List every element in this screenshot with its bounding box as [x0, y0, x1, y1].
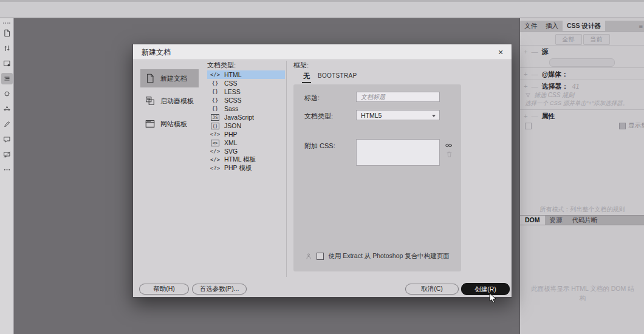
create-button[interactable]: 创建(R) [461, 283, 510, 295]
attach-css-listbox[interactable] [356, 139, 440, 166]
show-set-toggle[interactable]: 显示集 [619, 121, 644, 130]
cancel-button[interactable]: 取消(C) [405, 284, 459, 295]
add-source-button[interactable]: + [524, 48, 527, 55]
doc-type-scss[interactable]: {}SCSS [207, 96, 285, 104]
extract-checkbox[interactable] [317, 253, 324, 260]
file-type-icon: JS [209, 114, 221, 120]
dom-panel-body: 此面板将显示 HTML 文档的 DOM 结构 [520, 225, 644, 334]
css-designer-mode-row: 全部当前 [520, 34, 644, 45]
help-button[interactable]: 帮助(H) [139, 284, 189, 295]
blank-page-icon [145, 73, 156, 84]
doc-type-xml[interactable]: <>XML [207, 138, 285, 147]
doc-type-json[interactable]: {}JSON [207, 121, 285, 130]
doc-type-sass[interactable]: {}Sass [207, 104, 285, 113]
panel-tab-插入[interactable]: 插入 [541, 21, 563, 31]
add-selector-button[interactable]: + [524, 83, 527, 90]
dom-empty-hint: 此面板将显示 HTML 文档的 DOM 结构 [531, 284, 634, 304]
file-type-icon: </> [209, 72, 221, 78]
remove-property-button[interactable]: — [531, 112, 538, 120]
doc-type-label: PHP 模板 [224, 164, 252, 172]
doc-type-css[interactable]: {}CSS [207, 79, 285, 87]
property-checkbox[interactable] [525, 123, 532, 129]
doc-type-svg[interactable]: </>SVG [207, 147, 285, 155]
css-current-button[interactable]: 当前 [583, 34, 610, 45]
more-options-icon[interactable] [1, 164, 13, 176]
trash-icon[interactable] [446, 151, 453, 158]
app-titlebar [0, 0, 644, 18]
css-source-selector[interactable] [549, 58, 615, 67]
dom-panel-tabbar: DOM资源代码片断 [520, 215, 644, 225]
css-rule-filter[interactable]: 筛选 CSS 规则 [525, 91, 574, 100]
add-property-button[interactable]: + [524, 112, 527, 120]
toolbar-drag-handle[interactable] [3, 20, 10, 24]
preferences-button[interactable]: 首选参数(P)... [192, 284, 247, 295]
dialog-title: 新建文档 [133, 44, 512, 60]
new-document-dialog: 新建文档 × 新建文档启动器模板网站模板 文档类型: </>HTML{}CSS{… [132, 44, 512, 298]
selectors-section-header: + — 选择器： 41 [524, 81, 580, 91]
extract-label: 使用 Extract 从 Photoshop 复合中构建页面 [328, 252, 450, 261]
framework-label: 框架: [293, 61, 309, 70]
comment-icon[interactable] [1, 134, 13, 145]
panel-menu-icon[interactable]: ≡ [639, 22, 644, 30]
panel-tab-css-设计器[interactable]: CSS 设计器 [563, 21, 605, 31]
sync-arrows-icon[interactable] [1, 43, 13, 54]
doc-type-less[interactable]: {}LESS [207, 87, 285, 96]
doc-type-html-模板[interactable]: </>HTML 模板 [207, 155, 285, 164]
app-window: 文件插入CSS 设计器≡ 全部当前 + — 源 + — @媒体： + — 选择器… [0, 0, 644, 334]
doc-type-label: SCSS [224, 97, 242, 104]
doc-type-label: CSS [224, 80, 238, 87]
dom-tab-资源[interactable]: 资源 [545, 216, 567, 225]
framework-tab-bootstrap[interactable]: BOOTSTRAP [318, 72, 357, 79]
category-label: 网站模板 [160, 120, 187, 129]
chevron-down-icon [432, 115, 436, 117]
add-media-button[interactable]: + [524, 70, 527, 78]
dom-tab-代码片断[interactable]: 代码片断 [567, 216, 603, 225]
doc-type-javascript[interactable]: JSJavaScript [207, 113, 285, 121]
file-type-icon: <?> [209, 131, 221, 137]
category-new-document[interactable]: 新建文档 [140, 69, 199, 87]
attach-css-link-icon[interactable] [445, 141, 453, 149]
category-site-templates[interactable]: 网站模板 [140, 115, 199, 133]
format-lines-icon[interactable] [1, 73, 13, 84]
file-type-icon: {} [209, 106, 221, 112]
move-horizontal-icon[interactable] [1, 103, 13, 115]
selectors-empty-hint: 选择一个 CSS 源并单击"+"添加选择器。 [525, 100, 643, 107]
show-set-checkbox [619, 123, 626, 129]
site-templates-icon [145, 118, 156, 129]
divider [520, 109, 644, 110]
doc-type-php-模板[interactable]: <?>PHP 模板 [207, 164, 285, 172]
comment-disabled-icon[interactable] [1, 149, 13, 160]
framework-tab-none[interactable]: 无 [302, 72, 311, 83]
remove-selector-button[interactable]: — [531, 83, 538, 90]
left-toolbar [0, 18, 14, 334]
category-starter-templates[interactable]: 启动器模板 [140, 92, 199, 110]
file-type-icon: <> [209, 140, 221, 146]
right-dock: 文件插入CSS 设计器≡ 全部当前 + — 源 + — @媒体： + — 选择器… [519, 18, 644, 334]
doc-type-php[interactable]: <?>PHP [207, 130, 285, 138]
remove-media-button[interactable]: — [531, 70, 538, 78]
pen-icon[interactable] [1, 118, 13, 130]
extract-icon [305, 253, 312, 260]
document-title-input[interactable] [356, 92, 440, 102]
divider [520, 80, 644, 80]
target-icon[interactable] [1, 88, 13, 100]
starter-templates-icon [145, 95, 156, 106]
doc-type-html[interactable]: </>HTML [207, 70, 285, 79]
doc-type-label: SVG [224, 148, 238, 155]
live-view-icon[interactable] [1, 58, 13, 69]
attach-css-label: 附加 CSS: [304, 141, 335, 151]
css-all-button[interactable]: 全部 [555, 34, 582, 45]
doc-type-list-label: 文档类型: [207, 61, 236, 70]
divider [286, 61, 287, 277]
panel-tab-文件[interactable]: 文件 [520, 21, 541, 31]
remove-source-button[interactable]: — [531, 48, 538, 55]
title-field-label: 标题: [304, 94, 320, 103]
all-mode-hint: 所有模式：列出整个文档的规则 [520, 205, 644, 214]
file-type-icon: {} [209, 80, 221, 86]
sources-section-header: + — 源 [524, 47, 548, 56]
file-type-icon: {} [209, 97, 221, 103]
new-file-icon[interactable] [1, 27, 13, 39]
doctype-dropdown[interactable]: HTML5 [356, 110, 440, 120]
dom-tab-dom[interactable]: DOM [520, 216, 545, 225]
close-icon[interactable]: × [495, 47, 506, 58]
